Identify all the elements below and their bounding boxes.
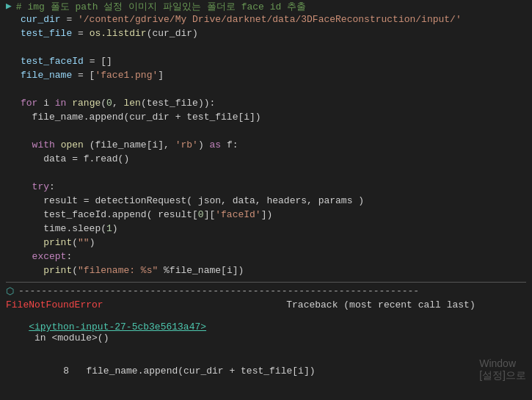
code-line-8: for i in range ( 0 , len (test_file)): xyxy=(0,98,532,112)
traceback-header-line: FileNotFoundError Traceback (most recent… xyxy=(6,299,526,310)
code-line-blank4 xyxy=(0,167,532,181)
code-line-blank3 xyxy=(0,126,532,139)
code-line-5: test_faceId = [] xyxy=(0,56,532,70)
code-line-try: try : xyxy=(0,181,532,195)
code-line-6: file_name = [ 'face1.png' ] xyxy=(0,70,532,84)
code-line-3: test_file = os.listdir (cur_dir) xyxy=(0,28,532,42)
file-link-line: <ipython-input-27-5cb3e5613a47> in <modu… xyxy=(6,310,526,354)
divider xyxy=(6,282,526,283)
context-line-9: 9 xyxy=(6,388,526,400)
output-header-line: ⬡ --------------------------------------… xyxy=(6,286,526,299)
code-line-11: with open (file_name[i], 'rb' ) as f: xyxy=(0,139,532,153)
code-line-except: except : xyxy=(0,251,532,265)
code-line-9: file_name.append(cur_dir + test_file[i]) xyxy=(0,112,532,126)
code-line-blank1 xyxy=(0,42,532,56)
code-line-12: data = f.read() xyxy=(0,153,532,167)
code-line-faceid: test_faceId.append( result[ 0 ][ 'faceId… xyxy=(0,209,532,223)
code-line-print1: print ( "" ) xyxy=(0,237,532,251)
run-button[interactable]: ▶ xyxy=(6,0,12,12)
code-editor: ▶ # img 폴도 path 설정 이미지 파일있는 폴더로 face id … xyxy=(0,0,532,279)
code-line-blank2 xyxy=(0,84,532,98)
code-line-1: ▶ # img 폴도 path 설정 이미지 파일있는 폴더로 face id … xyxy=(0,0,532,14)
code-comment: # img 폴도 path 설정 이미지 파일있는 폴더로 face id 추출 xyxy=(16,0,306,13)
output-area: ⬡ --------------------------------------… xyxy=(0,286,532,400)
code-line-sleep: time.sleep( 1 ) xyxy=(0,223,532,237)
code-line-2: cur_dir = '/content/gdrive/My Drive/dark… xyxy=(0,14,532,28)
context-line-8: 8 file_name.append(cur_dir + test_file[i… xyxy=(6,354,526,388)
watermark: Window [설정]으로 xyxy=(479,357,526,382)
code-line-result: result = detectionRequest( json, data, h… xyxy=(0,195,532,209)
output-icon: ⬡ xyxy=(6,286,14,297)
code-line-print2: print ( "filename: %s" %file_name[i]) xyxy=(0,265,532,279)
